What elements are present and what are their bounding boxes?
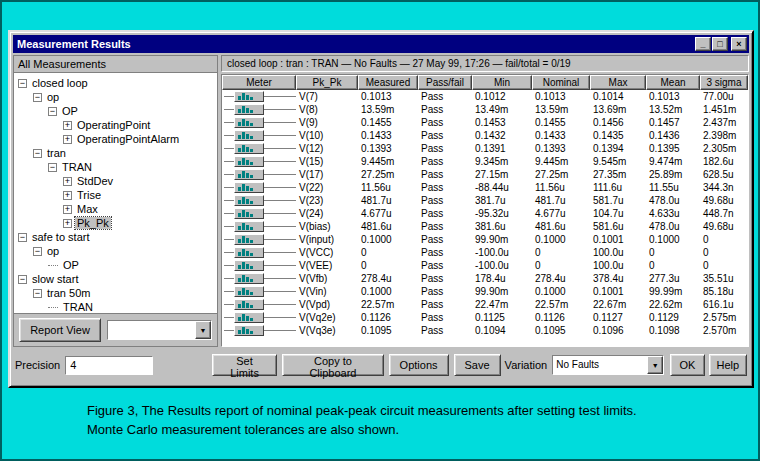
tree-item-label[interactable]: OP — [60, 105, 80, 117]
tree-item-label[interactable]: tran 50m — [45, 287, 92, 299]
ok-button[interactable]: OK — [670, 354, 704, 376]
report-view-combo-value[interactable] — [108, 321, 195, 339]
meter-widget[interactable] — [222, 90, 296, 103]
tree-item-stddev[interactable]: +StdDev — [14, 174, 217, 188]
expand-icon[interactable]: + — [63, 191, 72, 200]
collapse-icon[interactable]: − — [33, 247, 42, 256]
meter-widget[interactable] — [222, 311, 296, 324]
column-header-pass-fail[interactable]: Pass/fail — [418, 75, 472, 90]
tree-item-label[interactable]: op — [45, 91, 61, 103]
tree-item-label[interactable]: op — [45, 245, 61, 257]
tree-item-op[interactable]: −op — [14, 244, 217, 258]
options-button[interactable]: Options — [389, 354, 449, 376]
tree-item-tran[interactable]: −TRAN — [14, 160, 217, 174]
tree-item-slow-start[interactable]: −slow start — [14, 272, 217, 286]
column-header-meter[interactable]: Meter — [222, 75, 296, 90]
report-view-combo[interactable]: ▼ — [107, 320, 212, 340]
tree-item-label[interactable]: tran — [45, 147, 68, 159]
collapse-icon[interactable]: − — [18, 233, 27, 242]
meter-widget[interactable] — [222, 207, 296, 220]
meter-widget[interactable] — [222, 246, 296, 259]
meter-widget[interactable] — [222, 285, 296, 298]
tree-item-label[interactable]: Pk_Pk — [75, 217, 111, 229]
expand-icon[interactable]: + — [63, 135, 72, 144]
value-cell: 4.677u — [532, 207, 590, 220]
tree-item-label[interactable]: StdDev — [75, 175, 115, 187]
tree-item-trise[interactable]: +Trise — [14, 188, 217, 202]
collapse-icon[interactable]: − — [48, 163, 57, 172]
value-cell: Pass — [418, 233, 472, 246]
close-icon[interactable]: × — [731, 37, 747, 51]
copy-to-clipboard-button[interactable]: Copy to Clipboard — [282, 354, 383, 376]
tree-item-label[interactable]: TRAN — [60, 161, 94, 173]
meter-widget[interactable] — [222, 116, 296, 129]
meter-widget[interactable] — [222, 103, 296, 116]
chevron-down-icon[interactable]: ▼ — [195, 321, 211, 339]
tree-item-label[interactable]: safe to start — [30, 231, 91, 243]
tree-item-tran[interactable]: −tran — [14, 146, 217, 160]
tree-item-label[interactable]: Trise — [75, 189, 103, 201]
titlebar[interactable]: Measurement Results _ □ × — [13, 35, 749, 53]
maximize-icon[interactable]: □ — [712, 37, 728, 51]
minimize-icon[interactable]: _ — [695, 37, 711, 51]
tree-item-safe-to-start[interactable]: −safe to start — [14, 230, 217, 244]
expand-icon[interactable]: + — [63, 219, 72, 228]
tree-item-label[interactable]: slow start — [30, 273, 80, 285]
variation-combo-value[interactable]: No Faults — [553, 356, 647, 374]
tree-view[interactable]: −closed loop−op−OP+OperatingPoint+Operat… — [14, 73, 217, 313]
tree-item-label[interactable]: OperatingPointAlarm — [75, 133, 181, 145]
column-header-pk-pk[interactable]: Pk_Pk — [296, 75, 358, 90]
meter-widget[interactable] — [222, 233, 296, 246]
meter-widget[interactable] — [222, 324, 296, 337]
set-limits-button[interactable]: Set Limits — [212, 354, 278, 376]
tree-item-operatingpoint[interactable]: +OperatingPoint — [14, 118, 217, 132]
tree-item-label[interactable]: OP — [61, 259, 81, 271]
collapse-icon[interactable]: − — [33, 149, 42, 158]
meter-widget[interactable] — [222, 272, 296, 285]
meter-widget[interactable] — [222, 181, 296, 194]
collapse-icon[interactable]: − — [33, 93, 42, 102]
meter-widget[interactable] — [222, 220, 296, 233]
tree-item-op[interactable]: OP — [14, 258, 217, 272]
tree-item-pk-pk[interactable]: +Pk_Pk — [14, 216, 217, 230]
precision-input[interactable] — [65, 356, 153, 375]
meter-widget[interactable] — [222, 298, 296, 311]
tree-item-op[interactable]: −OP — [14, 104, 217, 118]
collapse-icon[interactable]: − — [18, 275, 27, 284]
meter-widget[interactable] — [222, 129, 296, 142]
meter-widget[interactable] — [222, 142, 296, 155]
meter-widget[interactable] — [222, 155, 296, 168]
column-header-nominal[interactable]: Nominal — [532, 75, 590, 90]
collapse-icon[interactable]: − — [18, 79, 27, 88]
collapse-icon[interactable]: − — [48, 107, 57, 116]
column-header-min[interactable]: Min — [472, 75, 532, 90]
tree-item-tran[interactable]: TRAN — [14, 300, 217, 313]
tree-item-max[interactable]: +Max — [14, 202, 217, 216]
tree-item-label[interactable]: OperatingPoint — [75, 119, 152, 131]
column-header-measured[interactable]: Measured — [358, 75, 418, 90]
report-view-button[interactable]: Report View — [19, 318, 101, 342]
expand-icon[interactable]: + — [63, 205, 72, 214]
value-cell: 0.1126 — [358, 311, 418, 324]
tree-item-op[interactable]: −op — [14, 90, 217, 104]
expand-icon[interactable]: + — [63, 121, 72, 130]
column-header-max[interactable]: Max — [590, 75, 646, 90]
chevron-down-icon[interactable]: ▼ — [647, 356, 663, 374]
tree-item-closed-loop[interactable]: −closed loop — [14, 76, 217, 90]
variation-combo[interactable]: No Faults ▼ — [552, 355, 664, 375]
expand-icon[interactable]: + — [63, 177, 72, 186]
tree-item-label[interactable]: TRAN — [61, 301, 95, 313]
tree-item-tran-50m[interactable]: −tran 50m — [14, 286, 217, 300]
save-button[interactable]: Save — [454, 354, 501, 376]
tree-item-label[interactable]: closed loop — [30, 77, 90, 89]
meter-widget[interactable] — [222, 168, 296, 181]
value-cell: 381.6u — [472, 220, 532, 233]
tree-item-operatingpointalarm[interactable]: +OperatingPointAlarm — [14, 132, 217, 146]
tree-item-label[interactable]: Max — [75, 203, 100, 215]
column-header-3-sigma[interactable]: 3 sigma — [700, 75, 748, 90]
help-button[interactable]: Help — [709, 354, 747, 376]
collapse-icon[interactable]: − — [33, 289, 42, 298]
meter-widget[interactable] — [222, 259, 296, 272]
column-header-mean[interactable]: Mean — [646, 75, 700, 90]
meter-widget[interactable] — [222, 194, 296, 207]
